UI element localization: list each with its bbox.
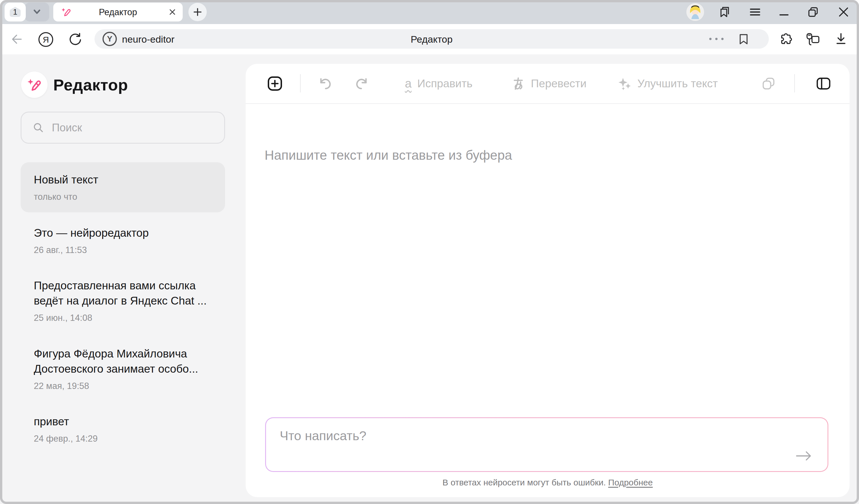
improve-text-button[interactable]: Улучшить текст — [618, 77, 718, 90]
toolbar-divider — [300, 74, 301, 92]
document-title: Это — нейроредактор — [34, 225, 211, 240]
document-meta: только что — [34, 190, 212, 203]
restore-button[interactable] — [807, 0, 820, 24]
app-logo — [21, 72, 47, 98]
document-list-item[interactable]: Предоставленная вами ссылка ведёт на диа… — [20, 278, 225, 324]
app-title: Редактор — [53, 76, 128, 94]
learn-more-link[interactable]: Подробнее — [608, 478, 653, 487]
document-meta: 25 июн., 14:08 — [34, 312, 212, 324]
yandex-home-button[interactable]: Я — [38, 31, 54, 47]
browser-window: 1 Редактор — [0, 0, 859, 504]
tab-strip: 1 Редактор — [0, 0, 859, 24]
tab-group-counter[interactable]: 1 — [4, 3, 26, 21]
tab-count: 1 — [9, 8, 22, 17]
back-icon — [10, 33, 23, 46]
plus-icon — [193, 8, 202, 16]
bookmark-icon[interactable] — [738, 33, 749, 46]
download-icon — [834, 32, 848, 46]
bookmarks-button[interactable] — [718, 0, 731, 24]
new-tab-button[interactable] — [189, 3, 207, 21]
menu-icon — [749, 6, 762, 18]
new-document-button[interactable] — [268, 76, 282, 91]
minimize-icon — [779, 6, 789, 18]
svg-text:Я: Я — [43, 35, 49, 44]
tab-group-dropdown[interactable] — [25, 3, 49, 21]
document-list-item[interactable]: привет 24 февр., 14:29 — [20, 414, 225, 445]
send-arrow-icon[interactable] — [795, 450, 813, 461]
document-title: привет — [34, 414, 211, 429]
editor-card: а Исправить Перевести — [246, 64, 849, 497]
document-meta: 24 февр., 14:29 — [34, 432, 212, 445]
side-panel-toggle[interactable] — [816, 77, 831, 90]
downloads-button[interactable] — [834, 32, 848, 46]
minimize-button[interactable] — [779, 0, 789, 24]
editor-placeholder: Напишите текст или вставьте из буфера — [265, 148, 512, 163]
tab-close-icon[interactable] — [168, 8, 176, 16]
reload-icon — [68, 32, 82, 46]
ai-disclaimer: В ответах нейросети могут быть ошибки. П… — [246, 478, 849, 487]
search-box[interactable] — [20, 112, 225, 144]
reload-button[interactable] — [68, 32, 82, 46]
document-title: Предоставленная вами ссылка ведёт на диа… — [34, 278, 211, 308]
redo-button[interactable] — [355, 77, 369, 90]
undo-icon — [318, 77, 332, 90]
prompt-input[interactable] — [279, 428, 781, 463]
new-document-icon — [268, 76, 282, 91]
document-list-item[interactable]: Фигура Фёдора Михайловича Достоевского з… — [20, 346, 225, 392]
avatar — [686, 3, 704, 21]
close-icon — [837, 6, 850, 18]
document-list-item-selected[interactable]: Новый текст только что — [20, 162, 225, 212]
bookmarks-icon — [718, 6, 731, 18]
redo-icon — [355, 77, 369, 90]
browser-toolbar: Я Y neuro-editor Редактор — [0, 24, 859, 55]
extensions-puzzle-icon — [778, 32, 793, 47]
translate-label: Перевести — [531, 77, 586, 90]
extensions-button[interactable] — [778, 32, 793, 47]
chevron-down-icon — [31, 9, 42, 15]
fix-label: Исправить — [417, 77, 472, 90]
improve-label: Улучшить текст — [637, 77, 718, 90]
close-window-button[interactable] — [837, 0, 850, 24]
more-dots-icon[interactable] — [709, 38, 724, 40]
active-tab[interactable]: Редактор — [53, 3, 183, 21]
passwords-button[interactable] — [805, 32, 820, 47]
translate-icon — [511, 77, 525, 90]
side-panel-icon — [816, 77, 831, 90]
editor-toolbar: а Исправить Перевести — [246, 64, 849, 104]
fix-text-button[interactable]: а Исправить — [405, 77, 472, 90]
restore-icon — [807, 6, 820, 18]
page-content: Редактор Новый текст только что Это — не… — [0, 55, 859, 504]
tab-title: Редактор — [53, 7, 183, 17]
prompt-box[interactable] — [265, 417, 828, 472]
translate-button[interactable]: Перевести — [511, 77, 586, 90]
magic-pencil-icon — [27, 77, 42, 92]
document-meta: 22 мая, 19:58 — [34, 380, 212, 392]
undo-button[interactable] — [318, 77, 332, 90]
document-title: Новый текст — [34, 172, 211, 187]
browser-menu-button[interactable] — [749, 0, 762, 24]
back-button[interactable] — [10, 33, 23, 46]
document-meta: 26 авг., 11:53 — [34, 244, 212, 257]
address-bar[interactable]: Y neuro-editor Редактор — [94, 29, 769, 49]
document-list-item[interactable]: Это — нейроредактор 26 авг., 11:53 — [20, 225, 225, 257]
yandex-icon: Я — [38, 31, 54, 47]
toolbar-divider — [794, 74, 795, 92]
search-icon — [32, 122, 44, 134]
profile-avatar[interactable] — [686, 0, 704, 24]
copy-icon — [762, 77, 775, 90]
disclaimer-text: В ответах нейросети могут быть ошибки. — [442, 478, 606, 487]
document-title: Фигура Фёдора Михайловича Достоевского з… — [34, 346, 211, 376]
sparkles-icon — [618, 77, 632, 90]
copy-button[interactable] — [762, 77, 775, 90]
page-title: Редактор — [94, 34, 769, 45]
search-input[interactable] — [51, 121, 224, 134]
spellcheck-icon: а — [405, 78, 411, 90]
passwords-key-icon — [805, 32, 820, 47]
